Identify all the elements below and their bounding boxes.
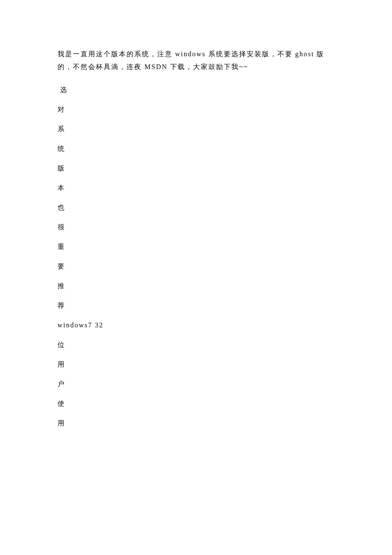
char-line: 本 [58,185,337,191]
char-line: windows7 32 [58,322,337,329]
char-line: 选 [60,87,337,93]
char-line: 用 [58,420,337,427]
char-line: 要 [58,263,337,270]
char-line: 用 [58,361,337,368]
char-line: 很 [58,224,337,231]
char-line: 系 [58,126,337,133]
char-line: 也 [58,204,337,211]
intro-paragraph: 我是一直用这个版本的系统，注意 windows 系统要选择安装版，不要 ghos… [58,48,337,73]
vertical-char-list: 选 对 系 统 版 本 也 很 重 要 推 荐 windows7 32 位 用 … [58,87,337,427]
char-line: 荐 [58,302,337,309]
char-line: 推 [58,283,337,289]
char-line: 位 [58,341,337,348]
char-line: 对 [58,106,337,113]
char-line: 户 [58,381,337,387]
char-line: 统 [58,145,337,152]
char-line: 重 [58,243,337,250]
char-line: 版 [58,165,337,172]
char-line: 使 [58,400,337,407]
document-page: 我是一直用这个版本的系统，注意 windows 系统要选择安装版，不要 ghos… [0,0,392,482]
